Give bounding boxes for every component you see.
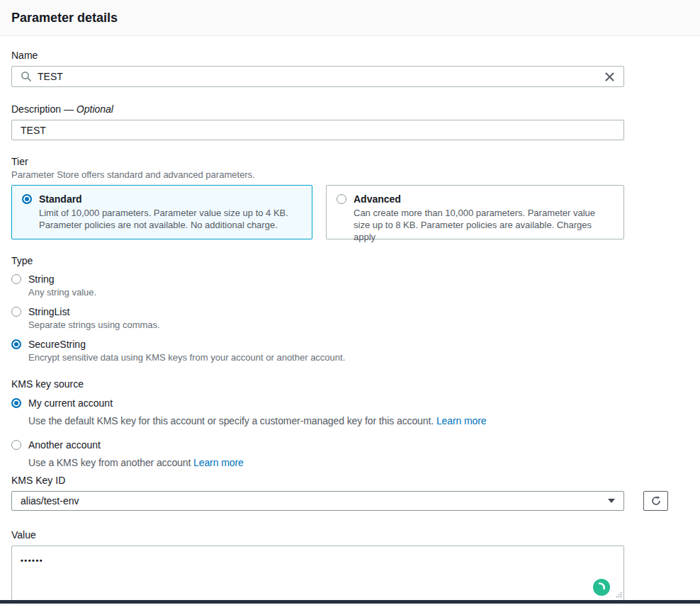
string-radio[interactable] bbox=[11, 274, 21, 284]
type-option-securestring: SecureString Encrypt sensitive data usin… bbox=[11, 339, 689, 363]
description-input[interactable]: TEST bbox=[11, 120, 624, 140]
description-label: Description — Optional bbox=[11, 103, 689, 115]
search-icon bbox=[21, 71, 32, 82]
kms-key-id-row: alias/test-env bbox=[11, 491, 689, 511]
kms-key-id-select[interactable]: alias/test-env bbox=[11, 491, 624, 511]
page-title: Parameter details bbox=[11, 10, 689, 26]
type-option-string: String Any string value. bbox=[11, 273, 689, 298]
kms-key-id-value: alias/test-env bbox=[21, 495, 79, 507]
kms-another-account-row[interactable]: Another account bbox=[11, 439, 689, 451]
masked-value: •••••• bbox=[21, 556, 43, 565]
type-option-stringlist: StringList Separate strings using commas… bbox=[11, 306, 689, 331]
kms-key-id-label: KMS Key ID bbox=[11, 474, 689, 487]
standard-description: Limit of 10,000 parameters. Parameter va… bbox=[39, 207, 302, 231]
optional-suffix: — Optional bbox=[64, 103, 113, 115]
value-label: Value bbox=[11, 528, 689, 541]
description-input-value: TEST bbox=[21, 125, 46, 136]
resize-handle[interactable] bbox=[616, 588, 622, 601]
advanced-description: Can create more than 10,000 parameters. … bbox=[354, 207, 614, 243]
kms-key-source-label: KMS key source bbox=[11, 378, 689, 390]
string-description: Any string value. bbox=[28, 287, 689, 298]
password-manager-icon[interactable] bbox=[593, 579, 610, 596]
value-textarea[interactable]: •••••• bbox=[11, 545, 624, 603]
my-current-account-description: Use the default KMS key for this account… bbox=[28, 414, 689, 427]
refresh-button[interactable] bbox=[643, 491, 668, 511]
parameter-details-panel: Parameter details Name TEST Description … bbox=[0, 0, 700, 605]
parameter-form: Name TEST Description — Optional TEST Ti… bbox=[0, 36, 700, 603]
kms-source-option-another: Another account Use a KMS key from anoth… bbox=[11, 439, 689, 469]
type-stringlist-row[interactable]: StringList bbox=[11, 306, 689, 318]
standard-radio[interactable] bbox=[22, 194, 32, 204]
securestring-title: SecureString bbox=[28, 339, 86, 351]
bottom-divider-bar bbox=[0, 600, 700, 604]
type-string-row[interactable]: String bbox=[11, 273, 689, 285]
type-securestring-row[interactable]: SecureString bbox=[11, 339, 689, 351]
tier-label: Tier bbox=[11, 155, 689, 168]
name-label: Name bbox=[11, 49, 689, 62]
learn-more-link-another-account[interactable]: Learn more bbox=[193, 457, 244, 468]
string-title: String bbox=[28, 273, 55, 285]
securestring-description: Encrypt sensitive data using KMS keys fr… bbox=[28, 352, 689, 363]
another-account-description: Use a KMS key from another account Learn… bbox=[28, 456, 689, 469]
clear-name-button[interactable] bbox=[604, 72, 615, 82]
tier-option-advanced[interactable]: Advanced Can create more than 10,000 par… bbox=[326, 185, 624, 239]
another-account-title: Another account bbox=[28, 439, 101, 451]
panel-header: Parameter details bbox=[0, 0, 700, 36]
stringlist-radio[interactable] bbox=[11, 307, 21, 317]
tier-option-standard[interactable]: Standard Limit of 10,000 parameters. Par… bbox=[11, 185, 312, 239]
refresh-icon bbox=[650, 495, 662, 507]
standard-title: Standard bbox=[39, 193, 302, 205]
advanced-title: Advanced bbox=[354, 193, 614, 205]
name-input[interactable]: TEST bbox=[11, 66, 624, 87]
another-account-radio[interactable] bbox=[11, 440, 21, 450]
kms-source-option-current: My current account Use the default KMS k… bbox=[11, 397, 689, 427]
advanced-radio[interactable] bbox=[337, 194, 346, 204]
securestring-radio[interactable] bbox=[11, 339, 21, 349]
stringlist-description: Separate strings using commas. bbox=[28, 320, 689, 331]
my-current-account-title: My current account bbox=[28, 397, 113, 409]
kms-current-account-row[interactable]: My current account bbox=[11, 397, 689, 409]
tier-options: Standard Limit of 10,000 parameters. Par… bbox=[11, 185, 689, 239]
type-label: Type bbox=[11, 254, 689, 267]
learn-more-link-current-account[interactable]: Learn more bbox=[436, 415, 487, 426]
my-current-account-radio[interactable] bbox=[11, 398, 21, 408]
stringlist-title: StringList bbox=[28, 306, 69, 318]
chevron-down-icon bbox=[608, 499, 615, 503]
tier-hint: Parameter Store offers standard and adva… bbox=[11, 169, 689, 181]
name-input-value: TEST bbox=[38, 71, 63, 82]
